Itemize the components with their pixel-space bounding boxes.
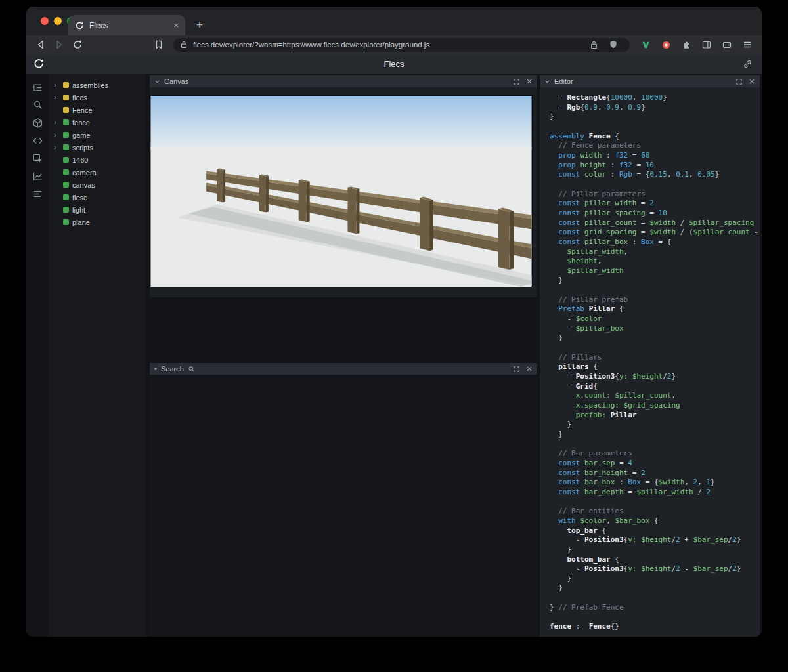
code-line[interactable] <box>550 612 760 622</box>
collapse-indicator-icon[interactable] <box>154 368 157 370</box>
code-line[interactable]: - Position3{y: $height/2 - $bar_sep/2} <box>550 564 760 574</box>
code-editor[interactable]: - Rectangle{10000, 10000} - Rgb{0.9, 0.9… <box>540 87 760 632</box>
code-line[interactable] <box>550 180 760 190</box>
tree-item-camera[interactable]: camera <box>49 166 146 178</box>
expand-arrow-icon[interactable]: › <box>54 119 60 126</box>
tree-item-scripts[interactable]: ›scripts <box>49 141 146 154</box>
code-line[interactable] <box>550 122 760 132</box>
code-line[interactable]: // Bar parameters <box>550 449 760 459</box>
extensions-puzzle-icon[interactable] <box>678 37 694 52</box>
code-line[interactable]: const pillar_width = 2 <box>550 199 760 209</box>
search-panel-header[interactable]: Search <box>150 363 537 375</box>
stats-panel-icon[interactable] <box>31 188 45 200</box>
code-line[interactable]: // Pillars <box>550 353 760 363</box>
code-line[interactable]: // Pillar parameters <box>550 190 760 200</box>
chevron-down-icon[interactable] <box>544 79 550 85</box>
code-line[interactable]: - Rectangle{10000, 10000} <box>550 93 760 103</box>
code-line[interactable]: $pillar_width, <box>550 247 760 257</box>
code-line[interactable]: const grid_spacing = $width / ($pillar_c… <box>550 228 760 238</box>
code-line[interactable]: - Rgb{0.9, 0.9, 0.9} <box>550 103 760 113</box>
chevron-down-icon[interactable] <box>154 79 160 85</box>
tree-item-game[interactable]: ›game <box>49 129 146 141</box>
code-line[interactable]: // Bar entities <box>550 507 760 516</box>
inspect-panel-icon[interactable] <box>31 152 45 164</box>
tree-item-fence[interactable]: ›fence <box>49 116 146 129</box>
wallet-icon[interactable] <box>719 37 735 52</box>
expand-arrow-icon[interactable]: › <box>54 94 60 101</box>
code-line[interactable]: } <box>550 430 760 440</box>
code-line[interactable]: assembly Fence { <box>550 132 760 142</box>
code-line[interactable]: const pillar_count = $width / $pillar_sp… <box>550 219 760 228</box>
bookmark-icon[interactable] <box>151 37 167 52</box>
code-line[interactable] <box>550 440 760 450</box>
code-line[interactable]: $pillar_width <box>550 266 760 276</box>
code-line[interactable]: prefab: Pillar <box>550 411 760 421</box>
code-line[interactable]: prop height : f32 = 10 <box>550 161 760 171</box>
minimize-window-button[interactable] <box>54 17 62 25</box>
chart-panel-icon[interactable] <box>31 170 45 182</box>
code-line[interactable]: // Fence parameters <box>550 141 760 151</box>
close-icon[interactable] <box>526 78 533 85</box>
canvas-panel-header[interactable]: Canvas <box>150 75 537 87</box>
close-icon[interactable] <box>749 78 755 85</box>
tree-item-1460[interactable]: 1460 <box>49 154 146 166</box>
code-line[interactable]: } <box>550 420 760 430</box>
code-line[interactable]: } <box>550 583 760 593</box>
code-line[interactable] <box>550 343 760 353</box>
reload-icon[interactable] <box>70 37 85 52</box>
code-line[interactable]: const bar_sep = 4 <box>550 459 760 469</box>
code-line[interactable]: const pillar_spacing = 10 <box>550 209 760 219</box>
expand-arrow-icon[interactable]: › <box>54 81 60 89</box>
code-line[interactable]: pillars { <box>550 362 760 372</box>
shield-icon[interactable] <box>605 38 621 52</box>
entities-panel-icon[interactable] <box>31 117 45 129</box>
tree-item-Fence[interactable]: Fence <box>49 104 146 116</box>
code-line[interactable]: - $color <box>550 314 760 324</box>
code-line[interactable]: bottom_bar { <box>550 555 760 565</box>
browser-tab[interactable]: Flecs × <box>68 15 185 35</box>
code-line[interactable]: } // Prefab Fence <box>550 603 760 613</box>
code-line[interactable]: fence :- Fence{} <box>550 622 760 632</box>
code-line[interactable]: } <box>550 574 760 584</box>
code-line[interactable]: - Position3{y: $height/2 + $bar_sep/2} <box>550 536 760 545</box>
code-line[interactable]: const bar_depth = $pillar_width / 2 <box>550 488 760 497</box>
extension-v-icon[interactable] <box>638 37 653 52</box>
expand-icon[interactable] <box>513 366 520 373</box>
code-line[interactable]: const pillar_box : Box = { <box>550 238 760 247</box>
expand-arrow-icon[interactable]: › <box>54 144 60 151</box>
tree-item-flesc[interactable]: flesc <box>49 191 146 203</box>
extension-record-icon[interactable] <box>658 37 674 52</box>
close-icon[interactable] <box>526 366 533 372</box>
tree-panel-icon[interactable] <box>31 81 45 93</box>
close-window-button[interactable] <box>41 17 49 25</box>
code-line[interactable]: // Pillar prefab <box>550 295 760 305</box>
editor-panel-header[interactable]: Editor <box>540 75 760 87</box>
expand-arrow-icon[interactable]: › <box>54 131 60 138</box>
3d-canvas-viewport[interactable] <box>150 96 532 287</box>
forward-icon[interactable] <box>51 37 67 52</box>
code-line[interactable]: const bar_box : Box = {$width, 2, 1} <box>550 478 760 488</box>
code-line[interactable]: } <box>550 112 760 122</box>
code-line[interactable]: } <box>550 276 760 285</box>
code-line[interactable]: $height, <box>550 257 760 266</box>
tree-item-assemblies[interactable]: ›assemblies <box>49 79 146 91</box>
tree-item-light[interactable]: light <box>49 203 146 216</box>
new-tab-button[interactable]: + <box>192 17 208 33</box>
expand-icon[interactable] <box>513 78 520 85</box>
tree-item-flecs[interactable]: ›flecs <box>49 91 146 104</box>
code-line[interactable]: - Grid{ <box>550 382 760 392</box>
sidebar-toggle-icon[interactable] <box>699 37 714 52</box>
code-line[interactable] <box>550 285 760 295</box>
code-line[interactable]: } <box>550 333 760 343</box>
tab-close-button[interactable]: × <box>173 20 179 30</box>
tree-item-canvas[interactable]: canvas <box>49 178 146 191</box>
code-line[interactable]: Prefab Pillar { <box>550 304 760 314</box>
code-line[interactable]: x.spacing: $grid_spacing <box>550 401 760 411</box>
code-line[interactable]: prop width : f32 = 60 <box>550 151 760 161</box>
code-line[interactable]: const color : Rgb = {0.15, 0.1, 0.05} <box>550 170 760 180</box>
code-line[interactable]: with $color, $bar_box { <box>550 516 760 526</box>
code-line[interactable]: - $pillar_box <box>550 324 760 334</box>
code-line[interactable] <box>550 497 760 507</box>
back-icon[interactable] <box>33 37 49 52</box>
tree-item-plane[interactable]: plane <box>49 216 146 228</box>
